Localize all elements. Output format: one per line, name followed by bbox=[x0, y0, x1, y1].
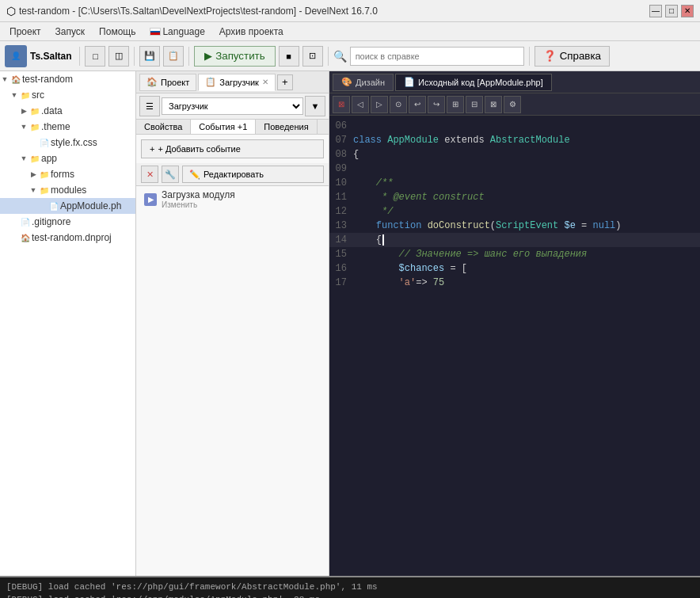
avatar: 👤 bbox=[5, 45, 27, 67]
dropdown-btn[interactable]: ▼ bbox=[305, 96, 325, 116]
add-event-button[interactable]: + + Добавить событие bbox=[141, 139, 324, 158]
tree-item-app[interactable]: ▼ 📁 app bbox=[0, 150, 135, 166]
close-button[interactable]: ✕ bbox=[681, 5, 694, 17]
main-layout: ▼ 🏠 test-random ▼ 📁 src ▶ 📁 .data ▼ 📁 .t… bbox=[0, 71, 700, 576]
component-toolbar: ☰ Загрузчик ▼ bbox=[136, 93, 329, 120]
maximize-button[interactable]: □ bbox=[665, 5, 678, 17]
code-btn-3[interactable]: ▷ bbox=[371, 96, 388, 113]
folder-icon: 📁 bbox=[29, 105, 41, 117]
tree-item-test-random[interactable]: ▼ 🏠 test-random bbox=[0, 71, 135, 87]
component-select[interactable]: Загрузчик bbox=[162, 97, 303, 115]
output-line: [DEBUG] load cached 'res://app/modules/A… bbox=[6, 593, 694, 598]
expand-icon: ▼ bbox=[29, 186, 38, 194]
event-btn-2[interactable]: 🔧 bbox=[162, 166, 179, 183]
source-icon: 📄 bbox=[404, 77, 415, 87]
expand-icon: ▼ bbox=[19, 154, 29, 162]
tab-project[interactable]: 🏠 Проект bbox=[139, 74, 196, 91]
loader-icon: 📋 bbox=[205, 77, 216, 87]
tab-loader[interactable]: 📋 Загрузчик ✕ bbox=[198, 74, 276, 91]
toolbar-separator-1 bbox=[79, 47, 80, 66]
plus-icon: + bbox=[150, 144, 154, 154]
tab-properties[interactable]: Свойства bbox=[136, 120, 191, 134]
stop-button[interactable]: ■ bbox=[279, 46, 299, 67]
tree-item-modules[interactable]: ▼ 📁 modules bbox=[0, 182, 135, 198]
home-icon: 🏠 bbox=[146, 77, 158, 87]
toolbar-separator-5 bbox=[529, 47, 530, 66]
edit-icon: ✏️ bbox=[189, 169, 200, 180]
tree-item-dnproj[interactable]: 🏠 test-random.dnproj bbox=[0, 230, 135, 246]
event-toolbar: ✕ 🔧 ✏️ Редактировать bbox=[136, 163, 329, 186]
toolbar: 👤 Ts.Saltan □ ◫ 💾 📋 ▶ Запустить ■ ⊡ 🔍 ❓ … bbox=[0, 41, 700, 71]
toolbar-separator-3 bbox=[188, 47, 189, 66]
search-icon[interactable]: 🔍 bbox=[333, 50, 347, 63]
tab-events[interactable]: События +1 bbox=[191, 120, 256, 134]
code-panel: 🎨 Дизайн 📄 Исходный код [AppModule.php] … bbox=[329, 71, 700, 576]
project-file-icon: 🏠 bbox=[19, 231, 32, 244]
center-panel: 🏠 Проект 📋 Загрузчик ✕ + ☰ Загрузчик ▼ С… bbox=[136, 71, 329, 576]
menu-help[interactable]: Помощь bbox=[93, 25, 142, 39]
hamburger-button[interactable]: ☰ bbox=[139, 96, 160, 116]
code-toolbar: ⊠ ◁ ▷ ⊙ ↩ ↪ ⊞ ⊟ ⊠ ⚙ bbox=[329, 93, 700, 116]
design-icon: 🎨 bbox=[341, 77, 352, 87]
window-controls: — □ ✕ bbox=[649, 5, 694, 17]
run-button[interactable]: ▶ Запустить bbox=[194, 46, 275, 67]
minimize-button[interactable]: — bbox=[649, 5, 662, 17]
toolbar-btn-2[interactable]: ◫ bbox=[108, 46, 129, 67]
project-icon: 🏠 bbox=[10, 73, 22, 86]
output-line: [DEBUG] load cached 'res://php/gui/frame… bbox=[6, 581, 694, 593]
tab-close-icon[interactable]: ✕ bbox=[262, 78, 268, 86]
window-title: test-random - [C:\Users\Ts.Saltan\DevelN… bbox=[19, 6, 378, 17]
tab-design[interactable]: 🎨 Дизайн bbox=[333, 74, 394, 91]
tree-item-style-css[interactable]: 📄 style.fx.css bbox=[0, 135, 135, 150]
menu-run[interactable]: Запуск bbox=[49, 25, 92, 39]
tree-item-theme[interactable]: ▼ 📁 .theme bbox=[0, 119, 135, 135]
tree-item-data[interactable]: ▶ 📁 .data bbox=[0, 103, 135, 119]
help-button[interactable]: ❓ Справка bbox=[535, 46, 610, 67]
tree-item-forms[interactable]: ▶ 📁 forms bbox=[0, 166, 135, 182]
toolbar-btn-6[interactable]: ⊡ bbox=[302, 46, 323, 67]
toolbar-separator-4 bbox=[328, 47, 329, 66]
save-button[interactable]: 💾 bbox=[139, 46, 160, 67]
event-icon: ▶ bbox=[144, 193, 157, 206]
code-line-09: 09 bbox=[329, 162, 700, 176]
folder-icon: 📁 bbox=[29, 120, 41, 133]
tree-item-appmodule[interactable]: 📄 AppModule.ph bbox=[0, 198, 135, 214]
folder-icon: 📁 bbox=[29, 152, 41, 165]
delete-event-button[interactable]: ✕ bbox=[141, 166, 158, 183]
code-btn-4[interactable]: ⊙ bbox=[390, 96, 407, 113]
tree-item-src[interactable]: ▼ 📁 src bbox=[0, 87, 135, 103]
menu-language[interactable]: Language bbox=[143, 25, 211, 39]
toolbar-btn-1[interactable]: □ bbox=[85, 46, 105, 67]
code-tabs-bar: 🎨 Дизайн 📄 Исходный код [AppModule.php] bbox=[329, 71, 700, 93]
code-btn-5[interactable]: ↩ bbox=[409, 96, 426, 113]
event-list-item[interactable]: ▶ Загрузка модуля Изменить bbox=[136, 186, 329, 212]
tree-item-gitignore[interactable]: 📄 .gitignore bbox=[0, 214, 135, 230]
code-line-12: 12 */ bbox=[329, 204, 700, 219]
code-btn-10[interactable]: ⚙ bbox=[504, 96, 521, 113]
code-area[interactable]: 06 07 class AppModule extends AbstractMo… bbox=[329, 116, 700, 576]
menu-archive[interactable]: Архив проекта bbox=[213, 25, 290, 39]
folder-icon: 📁 bbox=[38, 168, 51, 181]
menu-project[interactable]: Проект bbox=[3, 25, 48, 39]
code-line-06: 06 bbox=[329, 119, 700, 133]
title-bar: ⬡ test-random - [C:\Users\Ts.Saltan\Deve… bbox=[0, 0, 700, 22]
expand-icon: ▼ bbox=[0, 75, 10, 83]
code-line-17: 17 'a'=> 75 bbox=[329, 276, 700, 290]
code-btn-9[interactable]: ⊠ bbox=[485, 96, 502, 113]
code-btn-2[interactable]: ◁ bbox=[352, 96, 369, 113]
expand-icon: ▼ bbox=[10, 91, 19, 99]
code-btn-8[interactable]: ⊟ bbox=[466, 96, 483, 113]
search-input[interactable] bbox=[350, 47, 524, 66]
center-tabs-bar: 🏠 Проект 📋 Загрузчик ✕ + bbox=[136, 71, 329, 93]
toolbar-btn-4[interactable]: 📋 bbox=[163, 46, 184, 67]
code-btn-7[interactable]: ⊞ bbox=[447, 96, 464, 113]
tab-behavior[interactable]: Поведения bbox=[256, 120, 317, 134]
code-btn-6[interactable]: ↪ bbox=[428, 96, 445, 113]
output-panel[interactable]: [DEBUG] load cached 'res://php/gui/frame… bbox=[0, 576, 700, 598]
edit-event-button[interactable]: ✏️ Редактировать bbox=[182, 166, 324, 183]
code-line-08: 08 { bbox=[329, 147, 700, 162]
props-tabs-bar: Свойства События +1 Поведения bbox=[136, 120, 329, 135]
code-btn-stop[interactable]: ⊠ bbox=[333, 96, 350, 113]
tab-source[interactable]: 📄 Исходный код [AppModule.php] bbox=[395, 74, 552, 91]
add-tab-button[interactable]: + bbox=[277, 74, 293, 90]
